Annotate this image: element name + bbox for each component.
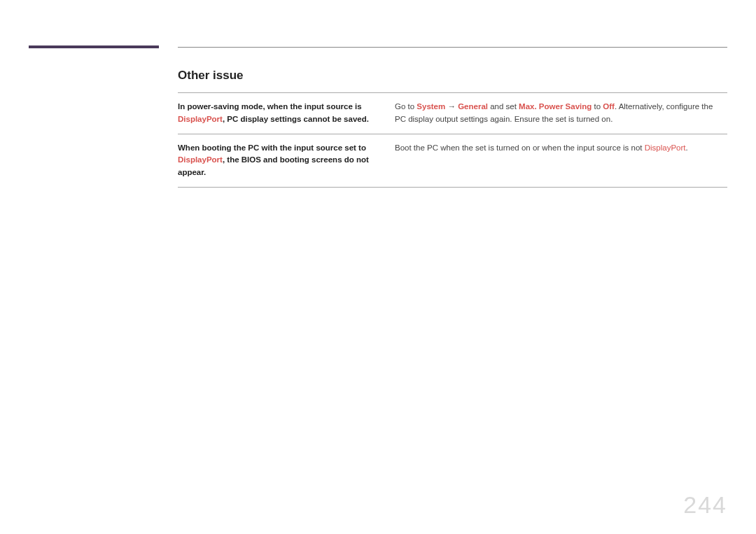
highlight: Off <box>603 102 615 111</box>
solution-cell: Boot the PC when the set is turned on or… <box>395 134 727 187</box>
issue-cell: When booting the PC with the input sourc… <box>178 134 395 187</box>
text: and set <box>488 102 519 111</box>
text: Go to <box>395 102 416 111</box>
highlight: DisplayPort <box>178 115 223 123</box>
text: to <box>592 102 603 111</box>
highlight: Max. Power Saving <box>519 102 592 111</box>
accent-bar <box>29 45 159 48</box>
top-rule <box>178 47 727 48</box>
highlight: System <box>416 102 445 111</box>
text: Boot the PC when the set is turned on or… <box>395 143 645 152</box>
text: , PC display settings cannot be saved. <box>223 115 369 123</box>
text: In power-saving mode, when the input sou… <box>178 102 362 111</box>
highlight: DisplayPort <box>645 143 686 152</box>
solution-cell: Go to System → General and set Max. Powe… <box>395 93 727 134</box>
content-area: Other issue In power-saving mode, when t… <box>178 69 727 188</box>
highlight: DisplayPort <box>178 155 223 164</box>
table-row: In power-saving mode, when the input sou… <box>178 93 727 134</box>
issue-cell: In power-saving mode, when the input sou… <box>178 93 395 134</box>
highlight: General <box>458 102 488 111</box>
page-number: 244 <box>683 491 727 519</box>
text: . <box>686 143 688 152</box>
text: → <box>445 102 458 111</box>
issue-table: In power-saving mode, when the input sou… <box>178 92 727 188</box>
text: When booting the PC with the input sourc… <box>178 143 366 152</box>
table-row: When booting the PC with the input sourc… <box>178 134 727 187</box>
section-title: Other issue <box>178 69 727 83</box>
